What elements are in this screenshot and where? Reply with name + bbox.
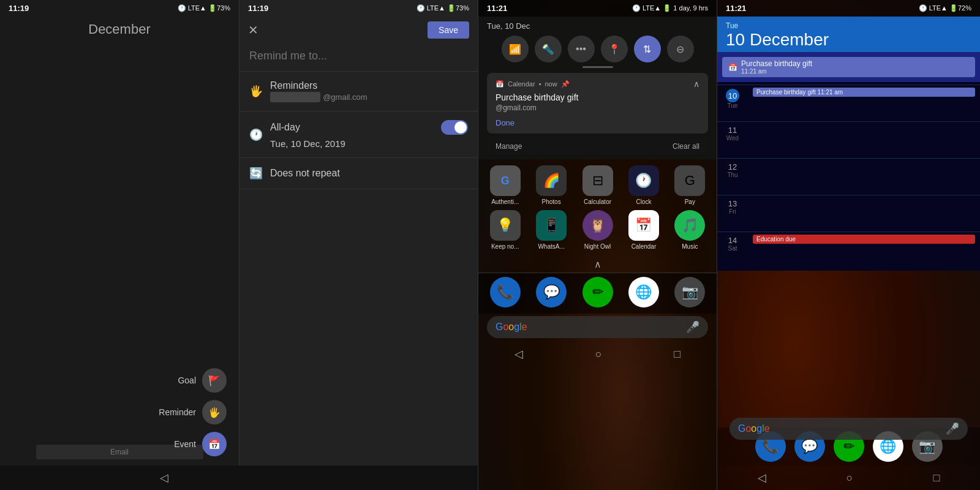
p1-bottom-nav: Goal 🚩 Reminder 🖐 Event 📅 <box>159 368 227 456</box>
p3-notif-actions: Done <box>496 118 699 127</box>
p4-day-10-row[interactable]: 10 Tue Purchase birthday gift 11:21 am <box>717 85 980 121</box>
p3-dock-camera[interactable]: 📷 <box>672 277 708 310</box>
p3-app-whatsapp[interactable]: 📱 WhatsA... <box>533 210 569 250</box>
p2-allday-section: 🕐 All-day Tue, 10 Dec, 2019 <box>239 111 478 158</box>
p3-dock-evernote[interactable]: ✏ <box>579 277 616 310</box>
p2-clock-icon: 🕐 <box>249 128 263 141</box>
g-red2: e <box>522 322 527 332</box>
p3-status-icons: 🕐 LTE▲ 🔋 1 day, 9 hrs <box>632 4 708 13</box>
p3-clearall-label[interactable]: Clear all <box>673 142 699 151</box>
p3-app-keep[interactable]: 💡 Keep no... <box>487 210 523 250</box>
p3-recents-btn[interactable]: □ <box>674 348 680 361</box>
p2-repeat-content: Does not repeat <box>270 168 468 179</box>
p2-repeat-section[interactable]: 🔄 Does not repeat <box>239 158 478 189</box>
p4-search-bar[interactable]: Google 🎤 <box>729 418 968 440</box>
p3-dock-messages[interactable]: 💬 <box>533 277 569 310</box>
p3-app-photos[interactable]: 🌈 Photos <box>533 165 569 205</box>
p3-qs-transfer[interactable]: ⇅ <box>634 36 661 62</box>
p1-goal-item[interactable]: Goal 🚩 <box>178 368 227 393</box>
p4-day-10-content: Purchase birthday gift 11:21 am <box>748 85 980 121</box>
p2-allday-toggle[interactable] <box>441 120 468 135</box>
p3-qs-dots[interactable]: ••• <box>568 36 595 62</box>
p4-day-14-dow: Sat <box>728 245 737 252</box>
p3-notif-sub: @gmail.com <box>496 104 699 112</box>
p3-qs-wifi[interactable]: 📶 <box>502 36 529 62</box>
p3-photos-icon: 🌈 <box>536 165 567 196</box>
p3-home-btn[interactable]: ○ <box>595 348 602 361</box>
p1-event-icon[interactable]: 📅 <box>202 432 227 456</box>
p3-keep-label: Keep no... <box>491 243 519 250</box>
p3-app-nightowl[interactable]: 🦉 Night Owl <box>579 210 616 250</box>
p3-notif-title: Purchase birthday gift <box>496 92 699 102</box>
p4-day-13-row[interactable]: 13 Fri <box>717 195 980 232</box>
p1-goal-icon[interactable]: 🚩 <box>202 368 227 393</box>
p2-reminders-section: 🖐 Reminders ████████ @gmail.com <box>239 72 478 111</box>
p3-date-label: Tue, 10 Dec <box>487 21 530 31</box>
p4-day-11-row[interactable]: 11 Wed <box>717 121 980 158</box>
p4-day-11-num: 11 Wed <box>717 122 748 158</box>
p3-search-bar[interactable]: Google 🎤 <box>487 316 708 338</box>
g-blue: G <box>496 322 503 332</box>
p1-reminder-item[interactable]: Reminder 🖐 <box>159 400 227 424</box>
p1-status-bar: 11:19 🕐 LTE▲ 🔋73% <box>0 0 239 17</box>
p3-notif-pin-icon: 📌 <box>561 80 570 88</box>
p3-app-calendar[interactable]: 📅 Calendar <box>625 210 662 250</box>
p4-day-14-row[interactable]: 14 Sat Education due <box>717 232 980 268</box>
p1-event-item[interactable]: Event 📅 <box>174 432 227 456</box>
p3-mic-icon[interactable]: 🎤 <box>686 320 699 334</box>
p2-back-btn[interactable]: ◁ <box>160 471 168 484</box>
p2-date-label[interactable]: Tue, 10 Dec, 2019 <box>270 138 468 149</box>
p3-qs-location[interactable]: 📍 <box>601 36 628 62</box>
p3-app-drawer-handle[interactable]: ∧ <box>478 256 717 273</box>
panel3-home: 11:21 🕐 LTE▲ 🔋 1 day, 9 hrs Tue, 10 Dec … <box>478 0 717 490</box>
p4-recents-btn[interactable]: □ <box>933 472 940 484</box>
p3-dock-chrome[interactable]: 🌐 <box>625 277 662 310</box>
p4-cal-event-area: 📅 Purchase birthday gift 11:21 am <box>717 52 980 82</box>
p3-photos-label: Photos <box>542 198 561 205</box>
p3-qs-flashlight[interactable]: 🔦 <box>535 36 562 62</box>
p3-app-pay[interactable]: G Pay <box>672 165 708 205</box>
p4-home-btn[interactable]: ○ <box>846 472 853 484</box>
p2-save-button[interactable]: Save <box>428 21 469 39</box>
p4-back-btn[interactable]: ◁ <box>758 471 766 484</box>
p4-cal-event-info: Purchase birthday gift 11:21 am <box>741 59 812 75</box>
p3-qs-dnd[interactable]: ⊖ <box>667 36 694 62</box>
p3-back-btn[interactable]: ◁ <box>514 347 523 361</box>
p3-nightowl-icon: 🦉 <box>582 210 613 241</box>
p1-reminder-label: Reminder <box>159 407 196 417</box>
p4-day-14-num: 14 Sat <box>717 232 748 268</box>
p3-android-nav: ◁ ○ □ <box>478 342 717 366</box>
p3-notif-dot: • <box>539 80 541 88</box>
p4-day-12-row[interactable]: 12 Thu <box>717 158 980 195</box>
g-yellow: o <box>508 322 514 332</box>
p4-day-12-dow: Thu <box>727 172 737 178</box>
p2-reminder-section <box>239 41 478 72</box>
p4-cal-event-row[interactable]: 📅 Purchase birthday gift 11:21 am <box>722 57 975 77</box>
p4-day-10-event: Purchase birthday gift 11:21 am <box>753 88 975 97</box>
p3-notif-header: 📅 Calendar • now 📌 ∧ <box>496 79 699 89</box>
p3-app-music[interactable]: 🎵 Music <box>672 210 708 250</box>
p3-notif-app-info: 📅 Calendar • now 📌 <box>496 80 570 88</box>
p3-app-clock[interactable]: 🕐 Clock <box>625 165 662 205</box>
p3-calculator-icon: ⊟ <box>582 165 613 196</box>
p3-app-row-1: G Authenti... 🌈 Photos ⊟ Calculator 🕐 Cl… <box>487 165 708 205</box>
p4-day-13-numval: 13 <box>728 199 737 208</box>
p4-cal-event-title: Purchase birthday gift <box>741 59 812 68</box>
p3-notif-done-btn[interactable]: Done <box>496 118 514 127</box>
p2-remind-input[interactable] <box>249 50 468 62</box>
p3-notif-expand-icon[interactable]: ∧ <box>693 79 699 89</box>
p3-calculator-label: Calculator <box>584 198 611 205</box>
p2-close-btn[interactable]: ✕ <box>248 23 258 37</box>
p3-app-authenticator[interactable]: G Authenti... <box>487 165 523 205</box>
p3-calendar-label: Calendar <box>631 243 657 250</box>
p3-manage-label[interactable]: Manage <box>496 142 522 151</box>
p3-app-calculator[interactable]: ⊟ Calculator <box>579 165 616 205</box>
p1-reminder-icon[interactable]: 🖐 <box>202 400 227 424</box>
p3-dock-phone[interactable]: 📞 <box>487 277 523 310</box>
p3-clock-icon: 🕐 <box>628 165 659 196</box>
p3-qs-indicator <box>582 66 613 68</box>
p4-mic-icon[interactable]: 🎤 <box>946 422 959 435</box>
p3-pay-icon: G <box>674 165 705 196</box>
p4-day-13-num: 13 Fri <box>717 195 748 232</box>
p3-authenticator-icon: G <box>490 165 521 196</box>
